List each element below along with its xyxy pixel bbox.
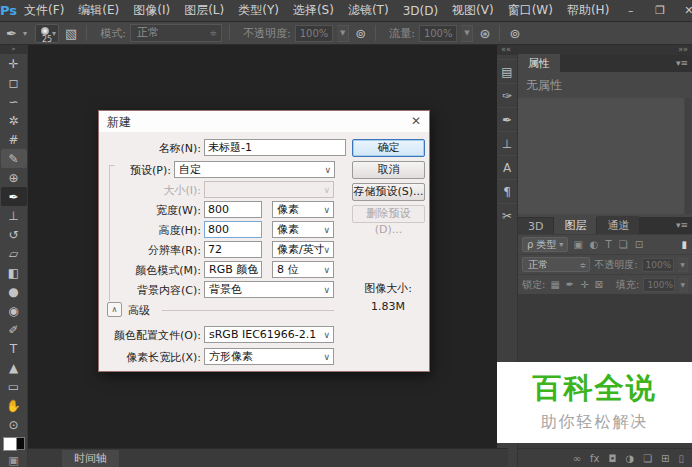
menu-select[interactable]: 选择(S) xyxy=(286,2,341,19)
fill-value[interactable]: 100% xyxy=(643,278,674,292)
filter-shape-layers-icon[interactable]: ❏ xyxy=(618,239,629,250)
dialog-close-icon[interactable]: ✕ xyxy=(411,114,421,128)
filter-adjustment-layers-icon[interactable]: ◐ xyxy=(589,239,600,250)
zoom-tool-icon[interactable]: ⊙ xyxy=(1,415,27,434)
shape-tool-icon[interactable]: ▭ xyxy=(1,377,27,396)
opacity-pressure-icon[interactable]: ⊚ xyxy=(353,26,368,41)
tool-presets-panel-icon[interactable]: ✂ xyxy=(498,203,517,227)
paragraph-panel-icon[interactable]: ¶ xyxy=(498,179,517,203)
menu-edit[interactable]: 编辑(E) xyxy=(71,2,126,19)
collapse-panels-icon[interactable]: »» xyxy=(678,45,688,55)
color-profile-dropdown[interactable]: sRGB IEC61966-2.1 xyxy=(204,326,334,343)
layer-filter-dropdown[interactable]: ρ 类型 ▾ xyxy=(522,237,568,252)
panel-menu-icon[interactable]: ▾≡ xyxy=(676,220,688,230)
clone-source-panel-icon[interactable]: ⊥ xyxy=(498,131,517,155)
tab-properties[interactable]: 属性 xyxy=(518,54,560,72)
lock-all-icon[interactable]: ⊠ xyxy=(594,279,604,290)
brush-settings-panel-icon[interactable]: ✒ xyxy=(498,107,517,131)
opacity-value[interactable]: 100% xyxy=(295,25,334,42)
chevron-down-icon[interactable]: ▼ xyxy=(679,278,688,292)
crop-tool-icon[interactable]: # xyxy=(1,130,27,149)
eyedropper-tool-icon[interactable]: ✎ xyxy=(1,149,27,168)
size-pressure-icon[interactable]: ⊚ xyxy=(507,26,522,41)
height-field[interactable] xyxy=(204,221,262,238)
maximize-button[interactable]: ❐ xyxy=(645,0,674,21)
close-button[interactable]: ✕ xyxy=(674,0,692,21)
menu-file[interactable]: 文件(F) xyxy=(17,2,71,19)
marquee-tool-icon[interactable]: ◻ xyxy=(1,73,27,92)
width-field[interactable] xyxy=(204,201,262,218)
menu-image[interactable]: 图像(I) xyxy=(126,2,177,19)
menu-filter[interactable]: 滤镜(T) xyxy=(341,2,396,19)
foreground-color-swatch[interactable] xyxy=(3,437,17,451)
lock-pixels-icon[interactable]: ✒ xyxy=(565,279,575,290)
brush-tool-icon[interactable]: ✒ xyxy=(1,187,27,206)
chevron-down-icon[interactable]: ▼ xyxy=(461,25,473,42)
new-layer-icon[interactable]: ⊞ xyxy=(661,453,669,464)
clone-stamp-tool-icon[interactable]: ⊥ xyxy=(1,206,27,225)
tab-layers[interactable]: 图层 xyxy=(554,216,596,234)
blend-mode-dropdown[interactable]: 正常 xyxy=(130,24,222,42)
chevron-down-icon[interactable]: ▼ xyxy=(337,25,349,42)
background-dropdown[interactable]: 背景色 xyxy=(204,281,334,298)
healing-brush-tool-icon[interactable]: ⊕ xyxy=(1,168,27,187)
move-tool-icon[interactable]: ✛ xyxy=(1,54,27,73)
width-unit-dropdown[interactable]: 像素 xyxy=(272,201,334,218)
layers-blend-mode-dropdown[interactable]: 正常 xyxy=(522,257,590,272)
toggle-brush-panel-icon[interactable]: ▧ xyxy=(63,26,79,41)
path-selection-tool-icon[interactable]: ▲ xyxy=(1,358,27,377)
lock-position-icon[interactable]: ✛ xyxy=(579,279,589,290)
menu-window[interactable]: 窗口(W) xyxy=(501,2,560,19)
chevron-down-icon[interactable]: ▾ xyxy=(23,29,27,38)
adjustment-layer-icon[interactable]: ◑ xyxy=(625,453,634,464)
filter-type-layers-icon[interactable]: T xyxy=(605,239,613,250)
character-panel-icon[interactable]: A xyxy=(498,155,517,179)
menu-layer[interactable]: 图层(L) xyxy=(177,2,231,19)
height-unit-dropdown[interactable]: 像素 xyxy=(272,221,334,238)
bit-depth-dropdown[interactable]: 8 位 xyxy=(272,261,334,278)
history-brush-tool-icon[interactable]: ↺ xyxy=(1,225,27,244)
magic-wand-tool-icon[interactable]: ✲ xyxy=(1,111,27,130)
quick-mask-icon[interactable]: ▣ xyxy=(8,454,18,467)
menu-view[interactable]: 视图(V) xyxy=(445,2,501,19)
brush-presets-panel-icon[interactable]: ✑ xyxy=(498,83,517,107)
minimize-button[interactable]: – xyxy=(616,0,645,21)
name-field[interactable] xyxy=(204,139,346,156)
collapse-dock-icon[interactable]: «« xyxy=(501,45,511,55)
toolbar-collapse-icon[interactable]: » xyxy=(0,45,27,54)
lock-transparency-icon[interactable]: ▦ xyxy=(549,279,560,290)
advanced-toggle-icon[interactable]: ∧ xyxy=(107,302,122,317)
blur-tool-icon[interactable]: ● xyxy=(1,282,27,301)
layer-mask-icon[interactable]: ◘ xyxy=(608,453,616,464)
brush-preset-picker[interactable]: 25 ▾ xyxy=(35,24,59,43)
filter-switch-icon[interactable]: ▮ xyxy=(680,239,688,250)
tab-timeline[interactable]: 时间轴 xyxy=(62,450,119,467)
preset-dropdown[interactable]: 自定 xyxy=(174,161,335,178)
resolution-unit-dropdown[interactable]: 像素/英寸 xyxy=(272,241,334,258)
pixel-aspect-dropdown[interactable]: 方形像素 xyxy=(204,348,334,365)
cancel-button[interactable]: 取消 xyxy=(352,161,425,179)
filter-pixel-layers-icon[interactable]: ▣ xyxy=(572,239,583,250)
layers-opacity-value[interactable]: 100% xyxy=(642,258,675,272)
hand-tool-icon[interactable]: ✋ xyxy=(1,396,27,415)
scrollbar[interactable] xyxy=(685,98,691,214)
ok-button[interactable]: 确定 xyxy=(352,139,425,157)
layer-style-icon[interactable]: fx xyxy=(590,453,599,464)
lasso-tool-icon[interactable]: ∽ xyxy=(1,92,27,111)
panel-menu-icon[interactable]: ▾≡ xyxy=(676,58,688,68)
airbrush-icon[interactable]: ⊛ xyxy=(477,26,492,41)
chevron-down-icon[interactable]: ▼ xyxy=(678,258,688,272)
flow-value[interactable]: 100% xyxy=(419,25,458,42)
dodge-tool-icon[interactable]: ◉ xyxy=(1,301,27,320)
eraser-tool-icon[interactable]: ▱ xyxy=(1,244,27,263)
menu-type[interactable]: 类型(Y) xyxy=(231,2,286,19)
save-preset-button[interactable]: 存储预设(S)... xyxy=(352,183,425,201)
adjustments-panel-icon[interactable]: ▤ xyxy=(498,59,517,83)
resolution-field[interactable] xyxy=(204,241,262,258)
delete-layer-icon[interactable]: ▯ xyxy=(678,453,684,464)
filter-smart-objects-icon[interactable]: ⊡ xyxy=(634,239,644,250)
layer-group-icon[interactable]: ❏ xyxy=(643,453,652,464)
gradient-tool-icon[interactable]: ◧ xyxy=(1,263,27,282)
type-tool-icon[interactable]: T xyxy=(1,339,27,358)
color-mode-dropdown[interactable]: RGB 颜色 xyxy=(204,261,262,278)
